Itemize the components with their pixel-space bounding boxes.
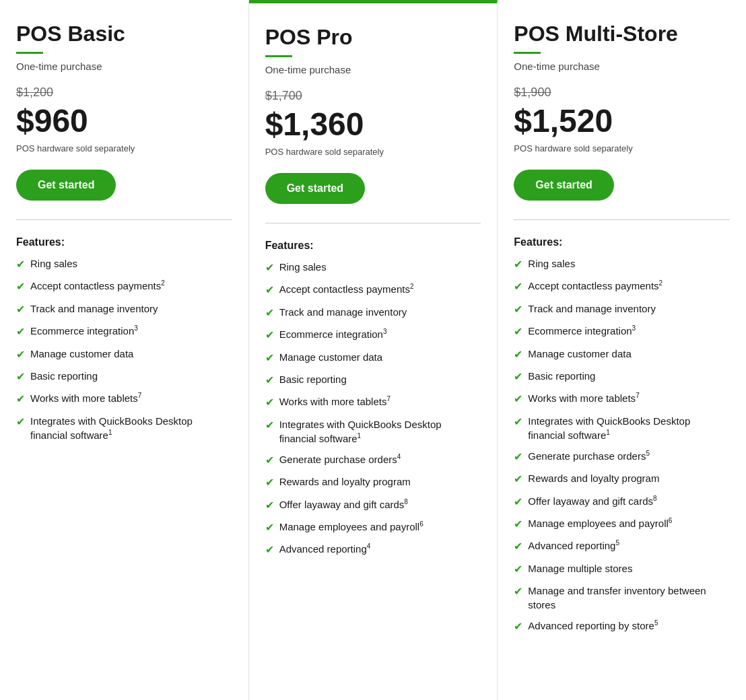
feature-item-pro-12: ✔Advanced reporting4 — [265, 542, 481, 557]
get-started-button-multistore[interactable]: Get started — [514, 170, 613, 201]
plan-title-multistore: POS Multi-Store — [514, 22, 730, 46]
feature-text-basic-4: Manage customer data — [30, 347, 133, 361]
feature-item-pro-3: ✔Ecommerce integration3 — [265, 327, 481, 343]
feature-text-multistore-13: Manage multiple stores — [528, 561, 632, 575]
checkmark-icon-multistore-10: ✔ — [514, 495, 522, 510]
checkmark-icon-pro-12: ✔ — [265, 542, 274, 557]
feature-item-pro-1: ✔Accept contactless payments2 — [265, 282, 481, 298]
original-price-multistore: $1,900 — [514, 85, 730, 100]
feature-item-multistore-2: ✔Track and manage inventory — [514, 302, 730, 317]
checkmark-icon-pro-2: ✔ — [265, 306, 274, 320]
checkmark-icon-multistore-2: ✔ — [514, 302, 522, 317]
feature-text-multistore-6: Works with more tablets7 — [528, 391, 639, 405]
plan-title-pro: POS Pro — [265, 25, 481, 50]
feature-item-basic-1: ✔Accept contactless payments2 — [16, 279, 232, 294]
checkmark-icon-pro-1: ✔ — [265, 283, 274, 298]
feature-item-pro-2: ✔Track and manage inventory — [265, 305, 481, 320]
checkmark-icon-basic-0: ✔ — [16, 257, 25, 272]
checkmark-icon-pro-5: ✔ — [265, 373, 274, 388]
feature-item-pro-8: ✔Generate purchase orders4 — [265, 452, 481, 468]
divider-multistore — [514, 219, 730, 220]
checkmark-icon-multistore-12: ✔ — [514, 539, 522, 554]
feature-text-pro-6: Works with more tablets7 — [279, 394, 391, 409]
checkmark-icon-multistore-8: ✔ — [514, 450, 522, 464]
feature-text-pro-11: Manage employees and payroll6 — [279, 520, 423, 534]
feature-text-multistore-8: Generate purchase orders5 — [528, 449, 650, 463]
feature-text-multistore-15: Advanced reporting by store5 — [528, 619, 658, 633]
original-price-basic: $1,200 — [16, 85, 232, 100]
feature-text-multistore-1: Accept contactless payments2 — [528, 279, 663, 293]
checkmark-icon-multistore-4: ✔ — [514, 347, 522, 362]
feature-text-pro-12: Advanced reporting4 — [279, 542, 371, 556]
checkmark-icon-multistore-1: ✔ — [514, 279, 522, 294]
checkmark-icon-basic-7: ✔ — [16, 415, 25, 429]
get-started-button-basic[interactable]: Get started — [16, 170, 116, 201]
feature-item-multistore-14: ✔Manage and transfer inventory between s… — [514, 584, 730, 612]
checkmark-icon-pro-0: ✔ — [265, 260, 274, 275]
plan-column-pro: POS ProOne-time purchase$1,700$1,360POS … — [249, 0, 498, 700]
feature-text-multistore-4: Manage customer data — [528, 347, 631, 361]
feature-text-pro-2: Track and manage inventory — [279, 305, 407, 319]
feature-item-multistore-11: ✔Manage employees and payroll6 — [514, 516, 730, 532]
feature-item-multistore-6: ✔Works with more tablets7 — [514, 391, 730, 407]
feature-text-basic-2: Track and manage inventory — [30, 302, 158, 316]
sale-price-pro: $1,360 — [265, 106, 481, 143]
feature-item-multistore-0: ✔Ring sales — [514, 256, 730, 272]
feature-item-multistore-10: ✔Offer layaway and gift cards8 — [514, 494, 730, 510]
feature-item-multistore-4: ✔Manage customer data — [514, 347, 730, 362]
checkmark-icon-multistore-6: ✔ — [514, 392, 522, 407]
feature-text-multistore-2: Track and manage inventory — [528, 302, 656, 316]
feature-item-multistore-3: ✔Ecommerce integration3 — [514, 324, 730, 339]
plan-column-basic: POS BasicOne-time purchase$1,200$960POS … — [0, 0, 249, 700]
feature-text-multistore-3: Ecommerce integration3 — [528, 324, 636, 338]
feature-text-multistore-14: Manage and transfer inventory between st… — [528, 584, 730, 612]
checkmark-icon-basic-4: ✔ — [16, 347, 25, 362]
purchase-type-pro: One-time purchase — [265, 64, 481, 75]
feature-text-basic-1: Accept contactless payments2 — [30, 279, 165, 293]
checkmark-icon-multistore-9: ✔ — [514, 472, 522, 487]
checkmark-icon-basic-5: ✔ — [16, 370, 25, 384]
feature-text-pro-1: Accept contactless payments2 — [279, 282, 414, 296]
checkmark-icon-pro-3: ✔ — [265, 328, 274, 343]
get-started-button-pro[interactable]: Get started — [265, 173, 365, 204]
feature-item-pro-6: ✔Works with more tablets7 — [265, 394, 481, 410]
feature-text-multistore-12: Advanced reporting5 — [528, 538, 619, 553]
checkmark-icon-basic-2: ✔ — [16, 302, 25, 317]
feature-item-basic-7: ✔Integrates with QuickBooks Desktop fina… — [16, 414, 232, 442]
feature-item-pro-4: ✔Manage customer data — [265, 350, 481, 365]
feature-item-basic-5: ✔Basic reporting — [16, 369, 232, 384]
feature-text-pro-0: Ring sales — [279, 260, 327, 274]
feature-text-basic-3: Ecommerce integration3 — [30, 324, 138, 338]
feature-text-pro-3: Ecommerce integration3 — [279, 327, 387, 341]
feature-item-multistore-9: ✔Rewards and loyalty program — [514, 471, 730, 487]
feature-item-basic-2: ✔Track and manage inventory — [16, 302, 232, 317]
hardware-note-pro: POS hardware sold separately — [265, 147, 481, 157]
purchase-type-basic: One-time purchase — [16, 61, 232, 72]
feature-text-basic-7: Integrates with QuickBooks Desktop finan… — [30, 414, 232, 442]
feature-item-pro-10: ✔Offer layaway and gift cards8 — [265, 497, 481, 513]
hardware-note-multistore: POS hardware sold separately — [514, 143, 730, 153]
divider-pro — [265, 223, 481, 223]
pricing-container: POS BasicOne-time purchase$1,200$960POS … — [0, 0, 746, 700]
checkmark-icon-multistore-15: ✔ — [514, 619, 522, 634]
checkmark-icon-multistore-11: ✔ — [514, 517, 522, 532]
checkmark-icon-pro-6: ✔ — [265, 395, 274, 410]
feature-item-pro-5: ✔Basic reporting — [265, 372, 481, 388]
feature-item-multistore-5: ✔Basic reporting — [514, 369, 730, 384]
feature-text-multistore-5: Basic reporting — [528, 369, 595, 383]
green-underline-pro — [265, 55, 292, 57]
feature-text-multistore-11: Manage employees and payroll6 — [528, 516, 672, 530]
feature-text-pro-9: Rewards and loyalty program — [279, 475, 411, 489]
feature-text-basic-6: Works with more tablets7 — [30, 391, 141, 405]
checkmark-icon-multistore-7: ✔ — [514, 415, 522, 429]
checkmark-icon-multistore-3: ✔ — [514, 324, 522, 339]
feature-text-multistore-7: Integrates with QuickBooks Desktop finan… — [528, 414, 730, 442]
checkmark-icon-pro-9: ✔ — [265, 475, 274, 490]
feature-text-basic-0: Ring sales — [30, 256, 77, 271]
feature-item-pro-11: ✔Manage employees and payroll6 — [265, 520, 481, 535]
feature-text-pro-5: Basic reporting — [279, 372, 347, 386]
sale-price-multistore: $1,520 — [514, 102, 730, 139]
checkmark-icon-multistore-14: ✔ — [514, 584, 522, 599]
feature-text-pro-10: Offer layaway and gift cards8 — [279, 497, 408, 512]
feature-item-multistore-12: ✔Advanced reporting5 — [514, 538, 730, 554]
